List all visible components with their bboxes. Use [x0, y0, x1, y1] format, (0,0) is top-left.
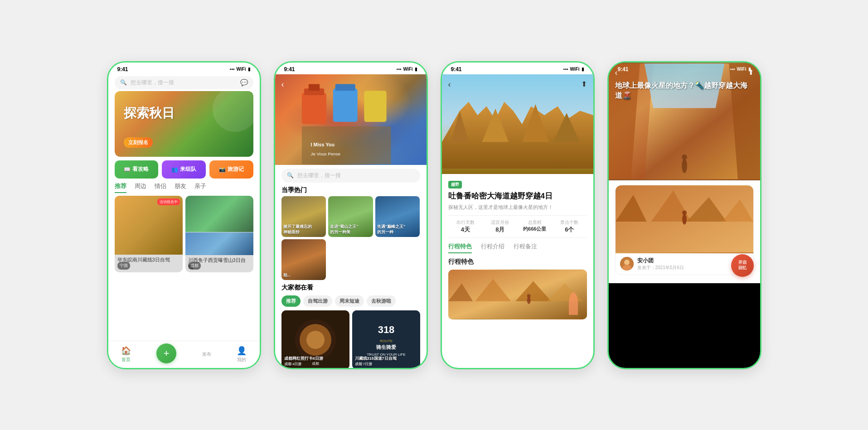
filter-tab-drive[interactable]: 自驾出游	[303, 295, 332, 307]
filter-tabs-2: 推荐 自驾出游 周末短途 去秋游啦	[281, 295, 420, 307]
nav-tabs-3: 行程特色 行程介绍 行程备注	[448, 242, 587, 253]
status-bar-2: 9:41 ▪▪▪ WiFi ▮	[275, 63, 427, 74]
team-button[interactable]: 👥 来组队	[162, 160, 206, 179]
nav-publish-fab[interactable]: +	[156, 343, 176, 363]
bottom-nav-1: 🏠 首页 + 发布 👤 我的	[108, 341, 260, 368]
nav-tab-intro[interactable]: 行程介绍	[481, 242, 504, 253]
hot-card-2[interactable]: 走进"蜀山之王"的另一种美	[328, 196, 373, 237]
card-2-location: 成都	[188, 262, 201, 270]
title-overlay-4: 地球上最像火星的地方？🔦越野穿越大海道🌋	[615, 81, 754, 101]
status-icons-3: ▪▪▪ WiFi ▮	[563, 67, 584, 72]
svg-rect-3	[333, 88, 357, 122]
card-image-4	[616, 185, 753, 253]
hot-card-3[interactable]: 先遇"巅峰之王"的另一种	[375, 196, 420, 237]
battery-icon-2: ▮	[415, 67, 417, 72]
plus-icon: +	[164, 348, 170, 359]
card-rocks-svg	[616, 185, 753, 253]
action-buttons-1: 📖 看攻略 👥 来组队 📸 旅游记	[115, 160, 253, 179]
section-hot-label: 当季热门	[281, 186, 307, 193]
feature-image-3	[448, 270, 587, 319]
search-icon-2: 🔍	[287, 172, 294, 179]
diary-icon: 📸	[219, 166, 226, 173]
search-input-1[interactable]: 想去哪里，搜一搜	[131, 79, 237, 87]
badge-3: 越野	[448, 181, 462, 188]
team-icon: 👥	[171, 166, 178, 173]
signal-icon-4: ▪▪▪	[730, 67, 735, 72]
search-input-2[interactable]: 想去哪里，搜一搜	[297, 172, 341, 179]
back-button-2[interactable]: ‹	[281, 80, 284, 89]
filter-tab-weekend[interactable]: 周末短途	[335, 295, 364, 307]
cards-grid-1: 活动报名中 宁国 华东皖南川藏线3日自驾 成都 川西鱼子西贡曝雪山3日自驾	[115, 196, 253, 272]
nav-post-label-row: 发布	[202, 351, 211, 358]
banner-title-1: 探索秋日	[124, 105, 175, 122]
share-button-3[interactable]: ⬆	[581, 80, 587, 88]
avatar-4	[620, 257, 634, 271]
svg-point-38	[682, 154, 687, 159]
tab-friends[interactable]: 朋友	[175, 182, 186, 193]
signal-icon-2: ▪▪▪	[397, 67, 402, 72]
banner-1: 探索秋日 立刻报名	[115, 91, 253, 157]
profile-icon: 👤	[237, 346, 247, 356]
card-2[interactable]: 成都 川西鱼子西贡曝雪山3日自驾	[185, 196, 253, 272]
hot-card-1-label: 掀开了最难忘的神秘面纱	[283, 224, 312, 235]
fab-button-4[interactable]: 开启 回忆	[731, 254, 754, 277]
phone-4: 9:41 ▪▪▪ WiFi ▮	[607, 61, 761, 369]
nav-tab-note[interactable]: 行程备注	[514, 242, 537, 253]
banner-cta-1[interactable]: 立刻报名	[124, 137, 153, 148]
card-1[interactable]: 活动报名中 宁国 华东皖南川藏线3日自驾	[115, 196, 183, 272]
bottom-card-2[interactable]: 318 ROUTE 骑生骑爱 TRUST ON YOUR LIFE 川藏线318…	[352, 310, 420, 369]
author-name-4: 安小团	[637, 257, 684, 265]
stat-days-label: 出行天数	[448, 219, 483, 226]
svg-point-30	[527, 297, 530, 304]
hot-card-1[interactable]: 掀开了最难忘的神秘面纱	[281, 196, 326, 237]
nav-tab-feature[interactable]: 行程特色	[448, 242, 472, 253]
guide-button[interactable]: 📖 看攻略	[115, 160, 159, 179]
search-bar-2[interactable]: 🔍 想去哪里，搜一搜	[281, 169, 420, 183]
stat-days: 出行天数 4天	[448, 219, 483, 234]
content-3: 越野 吐鲁番哈密大海道越野穿越4日 探秘无人区，这里才是地球上最像火星的地方！ …	[442, 174, 593, 325]
svg-text:I Miss You: I Miss You	[310, 141, 334, 147]
fab-label-4: 开启 回忆	[738, 260, 747, 271]
svg-point-45	[682, 210, 687, 215]
bottom-card-1[interactable]: 成都 成都网红照打卡4日游 成都 4日游	[281, 310, 349, 369]
search-bar-1[interactable]: 🔍 想去哪里，搜一搜 💬	[115, 76, 253, 89]
battery-icon-4: ▮	[748, 67, 751, 72]
section-watching-label: 大家都在看	[281, 284, 313, 291]
publish-label-text: 发布	[202, 351, 211, 358]
filter-tab-autumn[interactable]: 去秋游啦	[367, 295, 396, 307]
tab-couple[interactable]: 情侣	[155, 182, 166, 193]
battery-icon-3: ▮	[582, 67, 584, 72]
status-icons-4: ▪▪▪ WiFi ▮	[730, 67, 751, 72]
tab-recommend[interactable]: 推荐	[115, 182, 126, 193]
stat-distance-value: 约666公里	[518, 226, 553, 232]
desc-3: 探秘无人区，这里才是地球上最像火星的地方！	[448, 204, 587, 211]
svg-point-47	[624, 260, 630, 265]
wifi-icon-2: WiFi	[403, 67, 412, 72]
stat-month: 适宜月份 8月	[483, 219, 518, 234]
hot-card-4[interactable]: 桂...	[281, 239, 326, 280]
title-3: 吐鲁番哈密大海道越野穿越4日	[448, 191, 587, 201]
filter-tab-recommend[interactable]: 推荐	[281, 295, 301, 307]
status-time-4: 9:41	[618, 66, 629, 72]
diary-button[interactable]: 📸 旅游记	[209, 160, 253, 179]
status-bar-3: 9:41 ▪▪▪ WiFi ▮	[442, 63, 593, 74]
diary-label: 旅游记	[228, 165, 244, 173]
nav-home[interactable]: 🏠 首页	[121, 346, 131, 363]
nav-home-label: 首页	[121, 357, 131, 363]
hero-bg-4: ‹ ⬆ 地球上最像火星的地方？🔦越野穿越大海道🌋	[609, 63, 760, 180]
bottom-card-1-label: 成都网红照打卡4日游 成都 4日游	[284, 356, 323, 367]
status-icons-1: ▪▪▪ WiFi ▮	[230, 67, 251, 72]
canyon-image	[609, 63, 760, 180]
svg-text:Je Vous Pense: Je Vous Pense	[310, 151, 340, 156]
section-hot-2: 当季热门	[281, 186, 420, 194]
stats-3: 出行天数 4天 适宜月份 8月 总里程 约666公里 景点个数 6个	[448, 215, 587, 238]
back-button-3[interactable]: ‹	[448, 80, 451, 89]
category-tabs-1: 推荐 周边 情侣 朋友 亲子	[108, 182, 260, 193]
svg-point-31	[527, 294, 530, 298]
tab-family[interactable]: 亲子	[194, 182, 206, 193]
battery-icon-1: ▮	[248, 67, 251, 72]
bottom-cards-2: 成都 成都网红照打卡4日游 成都 4日游 318 ROUTE 骑生骑爱 TRUS…	[281, 310, 420, 369]
tab-nearby[interactable]: 周边	[135, 182, 146, 193]
wifi-icon-4: WiFi	[737, 67, 746, 72]
nav-profile[interactable]: 👤 我的	[237, 346, 247, 363]
